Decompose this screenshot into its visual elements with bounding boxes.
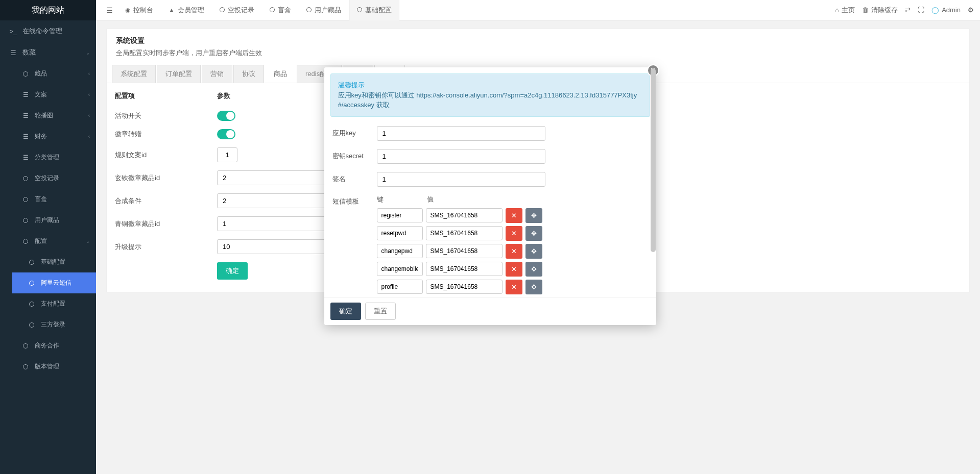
template-key-input[interactable] [377, 226, 423, 240]
delete-row-button[interactable]: ✕ [506, 280, 522, 294]
alert-text-post: 获取 [376, 101, 390, 109]
template-row: ✕✥ [377, 280, 648, 294]
delete-row-button[interactable]: ✕ [506, 208, 522, 223]
move-icon: ✥ [531, 212, 537, 219]
template-row: ✕✥ [377, 226, 648, 241]
move-row-button[interactable]: ✥ [525, 208, 542, 223]
scrollbar[interactable] [650, 67, 656, 297]
delete-row-button[interactable]: ✕ [506, 226, 522, 241]
modal-reset-button[interactable]: 重置 [365, 303, 396, 320]
template-key-input[interactable] [377, 244, 423, 258]
label-sms-template: 短信模板 [332, 195, 371, 206]
move-icon: ✥ [531, 283, 537, 291]
label-secret: 密钥secret [332, 152, 371, 161]
move-icon: ✥ [531, 265, 537, 273]
tpl-header-val: 值 [427, 195, 434, 204]
alert-title: 温馨提示 [338, 80, 642, 90]
move-icon: ✥ [531, 247, 537, 255]
template-val-input[interactable] [426, 244, 503, 258]
template-val-input[interactable] [426, 208, 503, 222]
modal-confirm-button[interactable]: 确定 [330, 303, 361, 320]
alert-text-pre: 应用key和密钥你可以通过 [338, 91, 417, 99]
input-sign[interactable] [377, 172, 545, 187]
modal-backdrop: ✕ 温馨提示 应用key和密钥你可以通过 https://ak-console.… [0, 0, 980, 474]
move-row-button[interactable]: ✥ [525, 244, 542, 259]
close-icon: ✕ [511, 212, 517, 219]
move-icon: ✥ [531, 230, 537, 237]
input-app-key[interactable] [377, 126, 545, 141]
template-val-input[interactable] [426, 280, 503, 294]
close-icon: ✕ [511, 265, 517, 273]
template-val-input[interactable] [426, 262, 503, 276]
delete-row-button[interactable]: ✕ [506, 244, 522, 259]
close-icon: ✕ [511, 230, 517, 237]
template-row: ✕✥ [377, 208, 648, 223]
input-secret[interactable] [377, 149, 545, 164]
template-key-input[interactable] [377, 280, 423, 294]
label-sign: 签名 [332, 174, 371, 184]
label-app-key: 应用key [332, 129, 371, 138]
template-val-input[interactable] [426, 226, 503, 240]
move-row-button[interactable]: ✥ [525, 262, 542, 277]
template-key-input[interactable] [377, 208, 423, 222]
template-row: ✕✥ [377, 262, 648, 277]
tpl-header-key: 键 [377, 195, 423, 204]
close-icon: ✕ [511, 283, 517, 291]
move-row-button[interactable]: ✥ [525, 226, 542, 241]
close-icon: ✕ [511, 247, 517, 255]
template-key-input[interactable] [377, 262, 423, 276]
template-row: ✕✥ [377, 244, 648, 259]
move-row-button[interactable]: ✥ [525, 280, 542, 294]
delete-row-button[interactable]: ✕ [506, 262, 522, 277]
alert-tip: 温馨提示 应用key和密钥你可以通过 https://ak-console.al… [330, 73, 650, 117]
aliyun-sms-modal: ✕ 温馨提示 应用key和密钥你可以通过 https://ak-console.… [324, 67, 656, 325]
